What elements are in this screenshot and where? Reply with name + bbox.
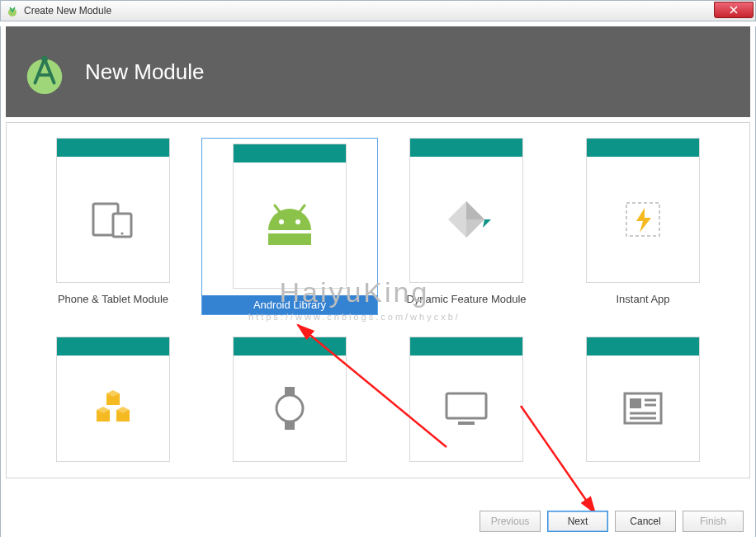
close-icon — [730, 6, 738, 14]
svg-point-6 — [279, 219, 284, 224]
cancel-button[interactable]: Cancel — [615, 511, 676, 532]
module-label: Phone & Tablet Module — [58, 293, 168, 308]
svg-line-8 — [275, 205, 280, 212]
module-option-6[interactable] — [201, 337, 378, 462]
svg-point-2 — [41, 56, 48, 63]
svg-point-25 — [276, 395, 303, 422]
module-option-7[interactable] — [378, 337, 555, 462]
svg-point-5 — [120, 232, 123, 234]
tv-icon — [410, 356, 522, 461]
svg-rect-26 — [447, 393, 486, 418]
android-studio-icon — [6, 4, 19, 17]
previous-button: Previous — [480, 511, 541, 532]
watch-icon — [234, 356, 346, 461]
module-option-8[interactable] — [555, 337, 731, 462]
module-label-selected: Android Library — [202, 295, 377, 314]
diamond-icon — [410, 157, 522, 282]
module-option-dynamic-feature[interactable]: Dynamic Feature Module — [378, 138, 555, 315]
android-studio-logo-icon — [21, 48, 69, 96]
android-icon — [234, 163, 346, 288]
newspaper-icon — [587, 356, 699, 461]
titlebar: Create New Module — [0, 0, 756, 21]
module-option-instant-app[interactable]: Instant App — [555, 138, 731, 315]
dialog-body: New Module Ph — [0, 26, 756, 537]
dialog-header: New Module — [6, 26, 750, 117]
svg-rect-29 — [630, 398, 641, 408]
devices-icon — [57, 157, 169, 282]
finish-button: Finish — [683, 511, 744, 532]
svg-marker-12 — [466, 201, 484, 219]
module-option-phone-tablet[interactable]: Phone & Tablet Module — [25, 138, 201, 315]
next-button[interactable]: Next — [547, 511, 608, 532]
module-label: Instant App — [616, 293, 669, 308]
svg-marker-13 — [466, 219, 484, 238]
svg-point-7 — [295, 219, 300, 224]
svg-rect-27 — [458, 422, 475, 425]
svg-marker-14 — [483, 219, 491, 228]
module-grid: Phone & Tablet Module — [6, 122, 750, 478]
module-option-android-library[interactable]: Android Library — [201, 138, 378, 315]
window-title: Create New Module — [24, 5, 111, 16]
module-option-5[interactable] — [25, 337, 201, 462]
svg-point-1 — [27, 59, 63, 95]
dialog-footer: Previous Next Cancel Finish — [480, 511, 744, 532]
svg-line-9 — [300, 205, 305, 212]
svg-rect-10 — [268, 233, 311, 245]
module-label: Dynamic Feature Module — [406, 293, 526, 308]
dialog-title: New Module — [85, 59, 205, 85]
window-close-button[interactable] — [714, 2, 754, 18]
packages-icon — [57, 356, 169, 461]
lightning-icon — [587, 157, 699, 282]
svg-marker-16 — [636, 208, 651, 233]
